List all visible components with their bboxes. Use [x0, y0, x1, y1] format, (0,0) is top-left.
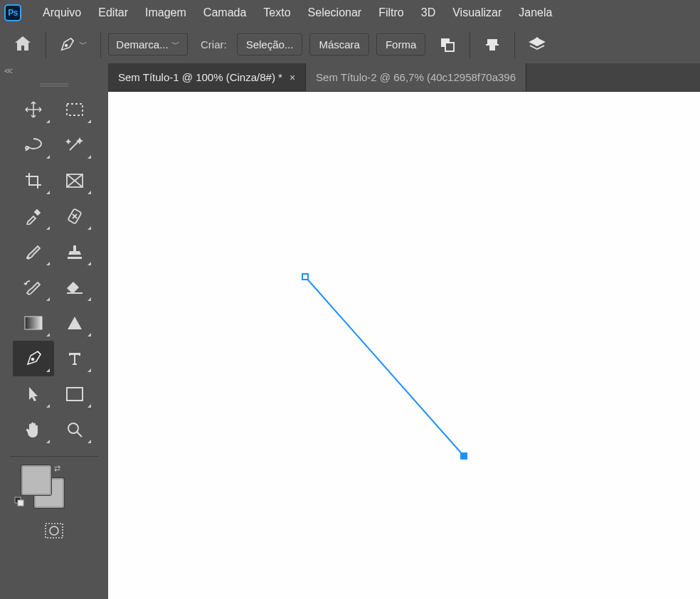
menu-camada[interactable]: Camada: [195, 2, 255, 23]
path-operations-button[interactable]: [433, 33, 462, 56]
swap-colors-icon[interactable]: ⇄: [54, 464, 60, 473]
menu-selecionar[interactable]: Selecionar: [299, 2, 371, 23]
crop-icon: [24, 171, 43, 190]
create-label: Criar:: [195, 38, 230, 51]
tool-preset-dropdown[interactable]: ﹀: [53, 34, 93, 55]
menu-editar[interactable]: Editar: [90, 2, 137, 23]
svg-point-16: [32, 359, 34, 361]
separator: [46, 31, 46, 58]
menu-imagem[interactable]: Imagem: [137, 2, 195, 23]
svg-point-7: [26, 147, 28, 149]
clone-stamp-tool[interactable]: [54, 234, 95, 270]
path-selection-tool[interactable]: [13, 376, 54, 412]
menu-3d[interactable]: 3D: [413, 2, 444, 23]
default-colors-icon[interactable]: [14, 497, 24, 509]
eyedropper-icon: [25, 208, 42, 225]
type-icon: [67, 351, 83, 366]
history-brush-icon: [23, 279, 43, 296]
pen-tool[interactable]: [13, 341, 54, 376]
quick-mask-button[interactable]: [0, 518, 108, 539]
shape-button-label: Forma: [386, 38, 416, 51]
marquee-icon: [65, 102, 84, 117]
magic-wand-tool[interactable]: [54, 127, 95, 163]
selection-button[interactable]: Seleção...: [237, 33, 303, 55]
document-tab-label: Sem Título-1 @ 100% (Cinza/8#) *: [118, 71, 282, 83]
stack-icon: [529, 37, 546, 53]
document-tab-inactive[interactable]: Sem Título-2 @ 66,7% (40c12958f70a396: [306, 63, 526, 91]
menu-filtro[interactable]: Filtro: [370, 2, 413, 23]
collapse-panel-button[interactable]: <<: [4, 66, 11, 76]
home-button[interactable]: [7, 31, 38, 58]
menu-arquivo[interactable]: Arquivo: [34, 2, 90, 23]
anchor-point-start[interactable]: [302, 273, 309, 280]
menubar: Ps Arquivo Editar Imagem Camada Texto Se…: [0, 0, 700, 26]
move-icon: [24, 100, 43, 119]
frame-tool[interactable]: [54, 163, 95, 198]
menu-janela[interactable]: Janela: [510, 2, 561, 23]
separator: [100, 31, 101, 58]
mask-button[interactable]: Máscara: [309, 33, 369, 55]
document-tab-label: Sem Título-2 @ 66,7% (40c12958f70a396: [316, 71, 516, 83]
crop-tool[interactable]: [13, 163, 54, 198]
svg-rect-5: [490, 46, 494, 50]
mask-button-label: Máscara: [319, 38, 360, 51]
marquee-tool[interactable]: [54, 92, 95, 127]
shape-button[interactable]: Forma: [376, 33, 425, 55]
pen-icon: [59, 37, 75, 53]
color-swatches[interactable]: ⇄: [0, 461, 108, 518]
separator: [514, 31, 515, 58]
svg-rect-22: [46, 524, 63, 538]
menu-visualizar[interactable]: Visualizar: [444, 2, 510, 23]
rectangle-icon: [65, 386, 84, 402]
path-arrangement-button[interactable]: [522, 33, 552, 56]
foreground-color-swatch[interactable]: [21, 465, 51, 495]
history-brush-tool[interactable]: [13, 270, 54, 305]
work-area: <<: [0, 63, 700, 599]
app-logo[interactable]: Ps: [4, 4, 21, 21]
mode-dropdown-label: Demarca...: [116, 38, 168, 51]
svg-rect-21: [18, 500, 23, 506]
svg-rect-2: [445, 43, 454, 51]
chevron-down-icon: ﹀: [171, 38, 180, 51]
separator: [470, 31, 470, 58]
svg-point-23: [50, 526, 58, 535]
hand-tool[interactable]: [13, 412, 54, 447]
svg-line-15: [38, 351, 41, 354]
healing-icon: [66, 208, 83, 225]
document-tab-active[interactable]: Sem Título-1 @ 100% (Cinza/8#) * ×: [108, 63, 306, 91]
svg-rect-17: [67, 388, 83, 401]
close-icon[interactable]: ×: [290, 72, 295, 83]
tools-panel: <<: [0, 63, 108, 599]
healing-brush-tool[interactable]: [54, 198, 95, 234]
zoom-icon: [66, 421, 83, 438]
vector-path[interactable]: [108, 92, 700, 599]
path-operations-icon: [440, 37, 455, 53]
canvas-viewport[interactable]: [108, 92, 700, 599]
move-tool[interactable]: [13, 92, 54, 127]
svg-line-19: [77, 432, 82, 437]
zoom-tool[interactable]: [54, 412, 95, 447]
eyedropper-tool[interactable]: [13, 198, 54, 234]
brush-tool[interactable]: [13, 234, 54, 270]
lasso-tool[interactable]: [13, 127, 54, 163]
gradient-tool[interactable]: [13, 305, 54, 341]
svg-line-24: [305, 277, 464, 456]
rectangle-tool[interactable]: [54, 376, 95, 412]
anchor-point-end[interactable]: [460, 452, 467, 460]
hand-icon: [25, 420, 42, 439]
path-alignment-button[interactable]: [477, 33, 507, 56]
custom-shape-tool[interactable]: [54, 305, 95, 341]
canvas[interactable]: [108, 92, 700, 599]
eraser-tool[interactable]: [54, 270, 95, 305]
app-logo-text: Ps: [8, 8, 18, 18]
svg-rect-4: [488, 40, 497, 43]
menu-texto[interactable]: Texto: [255, 2, 299, 23]
mode-dropdown[interactable]: Demarca... ﹀: [108, 33, 188, 55]
svg-point-18: [68, 423, 78, 433]
arrow-icon: [26, 386, 41, 403]
document-area: Sem Título-1 @ 100% (Cinza/8#) * × Sem T…: [108, 63, 700, 599]
brush-icon: [24, 243, 43, 260]
svg-rect-14: [25, 317, 42, 329]
type-tool[interactable]: [54, 341, 95, 376]
home-icon: [14, 36, 31, 51]
